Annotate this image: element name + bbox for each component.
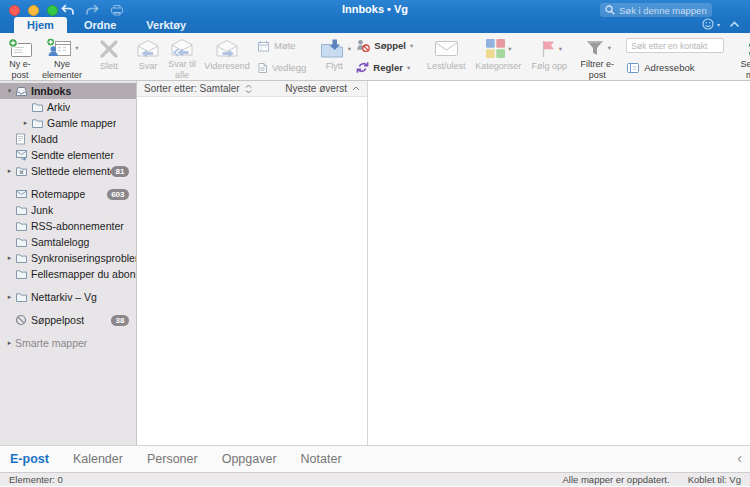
sidebar-item-synkroniseringsproblemer[interactable]: ▸Synkroniseringsproblemer: [0, 250, 136, 266]
contact-search-input[interactable]: [626, 38, 724, 53]
filter-email-button[interactable]: ▾ Filtrer e-post: [578, 34, 616, 80]
tab-verktoy[interactable]: Verktøy: [133, 17, 199, 33]
send-receive-label: Send og motta: [736, 59, 750, 80]
title-bar: Innboks • Vg Hjem Ordne Verktøy ▾: [0, 0, 750, 33]
sidebar-item-rss-abonnementer[interactable]: RSS-abonnementer: [0, 218, 136, 234]
sidebar-item-nettarkiv-vg[interactable]: ▸Nettarkiv – Vg: [0, 289, 136, 305]
feedback-smiley-icon[interactable]: [702, 18, 714, 30]
folder-label: Synkroniseringsproblemer: [31, 252, 136, 264]
rules-icon: [356, 61, 369, 74]
bottom-nav-e-post[interactable]: E-post: [10, 452, 49, 466]
address-book-button[interactable]: Adressebok: [626, 60, 724, 75]
tab-hjem[interactable]: Hjem: [14, 17, 67, 33]
ribbon: Ny e-post ▾ Nye elementer Slett Svar Sva…: [0, 33, 750, 81]
sort-order-label: Nyeste øverst: [285, 83, 347, 94]
sidebar-item-fellesmapper-du-abonnere[interactable]: Fellesmapper du abonnere…: [0, 266, 136, 282]
folder-label: Smarte mapper: [15, 337, 87, 349]
disclosure-right-icon[interactable]: ▸: [4, 254, 15, 262]
folder-label: Arkiv: [47, 101, 70, 113]
status-bar: Elementer: 0 Alle mapper er oppdatert. K…: [0, 472, 750, 486]
ribbon-group-filter: ▾ Filtrer e-post: [578, 34, 616, 80]
collapse-ribbon-icon[interactable]: [729, 21, 740, 28]
disclosure-right-icon[interactable]: ▸: [20, 119, 31, 127]
follow-up-caret-icon: ▾: [559, 45, 562, 53]
new-items-button[interactable]: ▾ Nye elementer: [38, 34, 86, 80]
sidebar-item-sendte-elementer[interactable]: Sendte elementer: [0, 147, 136, 163]
delete-icon: [98, 38, 120, 60]
chevron-up-icon: [352, 86, 360, 91]
meeting-button: Møte: [257, 38, 306, 53]
sort-by-control[interactable]: Sorter etter: Samtaler: [144, 83, 252, 94]
filter-caret-icon: ▾: [608, 44, 611, 52]
reply-all-button: Svar til alle: [164, 34, 200, 80]
sidebar-item-slettede-elementer[interactable]: ▸Slettede elementer81: [0, 163, 136, 179]
folder-label: Slettede elementer: [31, 165, 111, 177]
minimize-window-button[interactable]: [28, 5, 39, 16]
folder-label: Gamle mapper: [47, 117, 116, 129]
folder-label: Rotemappe: [31, 188, 85, 200]
tab-ordne[interactable]: Ordne: [71, 17, 129, 33]
close-window-button[interactable]: [9, 5, 20, 16]
sidebar-item-søppelpost[interactable]: Søppelpost38: [0, 312, 136, 328]
delete-button: Slett: [92, 34, 126, 80]
sort-by-label: Sorter etter: Samtaler: [144, 83, 240, 94]
sidebar-item-smarte-mapper[interactable]: ▸Smarte mapper: [0, 335, 136, 351]
forward-label: Videresend: [204, 61, 249, 71]
bottom-nav-notater[interactable]: Notater: [301, 452, 342, 466]
bottom-nav-personer[interactable]: Personer: [147, 452, 198, 466]
reply-button: Svar: [132, 34, 164, 80]
bottom-nav-kalender[interactable]: Kalender: [73, 452, 123, 466]
envelope-icon: [15, 189, 31, 199]
folder-icon: [15, 221, 31, 232]
sidebar-item-gamle-mapper[interactable]: ▸Gamle mapper: [0, 115, 136, 131]
folder-icon: [15, 253, 31, 264]
disclosure-down-icon[interactable]: ▾: [4, 87, 15, 95]
junk-button[interactable]: Søppel ▾: [356, 38, 413, 53]
new-email-button[interactable]: Ny e-post: [2, 34, 38, 80]
disclosure-right-icon[interactable]: ▸: [4, 167, 15, 175]
folder-label: Samtalelogg: [31, 236, 89, 248]
folder-search-box[interactable]: [600, 3, 712, 17]
folder-icon: [15, 205, 31, 216]
reply-all-icon: [169, 37, 195, 58]
blocked-icon: [15, 314, 31, 326]
sidebar-item-innboks[interactable]: ▾Innboks: [0, 83, 136, 99]
sidebar-item-samtalelogg[interactable]: Samtalelogg: [0, 234, 136, 250]
sidebar-item-junk[interactable]: Junk: [0, 202, 136, 218]
move-button: ▾ Flytt: [315, 34, 353, 80]
sidebar-item-rotemappe[interactable]: Rotemappe603: [0, 186, 136, 202]
junk-person-icon: [356, 39, 370, 52]
inbox-icon: [15, 85, 31, 97]
ribbon-tab-bar: Hjem Ordne Verktøy: [14, 17, 199, 33]
search-icon: [605, 5, 615, 15]
sort-order-control[interactable]: Nyeste øverst: [285, 83, 360, 94]
sidebar-item-kladd[interactable]: Kladd: [0, 131, 136, 147]
read-unread-button: Lest/ulest: [422, 34, 470, 80]
folder-label: Søppelpost: [31, 314, 84, 326]
unread-badge: 38: [111, 315, 129, 326]
chevron-left-icon[interactable]: ‹: [737, 450, 742, 466]
draft-icon: [15, 133, 31, 145]
redo-icon: [85, 4, 100, 16]
search-input[interactable]: [619, 5, 707, 16]
zoom-window-button[interactable]: [47, 5, 58, 16]
categorize-label: Kategoriser: [475, 61, 521, 71]
rules-caret-icon: ▾: [407, 64, 410, 72]
rules-button[interactable]: Regler ▾: [356, 60, 413, 75]
delete-label: Slett: [100, 61, 118, 71]
folder-icon: [15, 292, 31, 303]
send-receive-button[interactable]: Send og motta: [734, 34, 750, 80]
ribbon-group-new: Ny e-post ▾ Nye elementer: [2, 34, 86, 80]
undo-icon[interactable]: [60, 4, 75, 16]
meeting-icon: [257, 40, 270, 52]
disclosure-right-icon[interactable]: ▸: [4, 293, 15, 301]
sidebar-item-arkiv[interactable]: Arkiv: [0, 99, 136, 115]
window-controls: [9, 5, 58, 16]
bottom-nav-oppgaver[interactable]: Oppgaver: [222, 452, 277, 466]
item-count-label: Elementer: 0: [9, 474, 63, 485]
disclosure-right-icon[interactable]: ▸: [4, 339, 15, 347]
new-email-icon: [7, 37, 34, 59]
folder-label: Nettarkiv – Vg: [31, 291, 97, 303]
categorize-button: ▾ Kategoriser: [470, 34, 526, 80]
rules-label: Regler: [373, 62, 403, 73]
